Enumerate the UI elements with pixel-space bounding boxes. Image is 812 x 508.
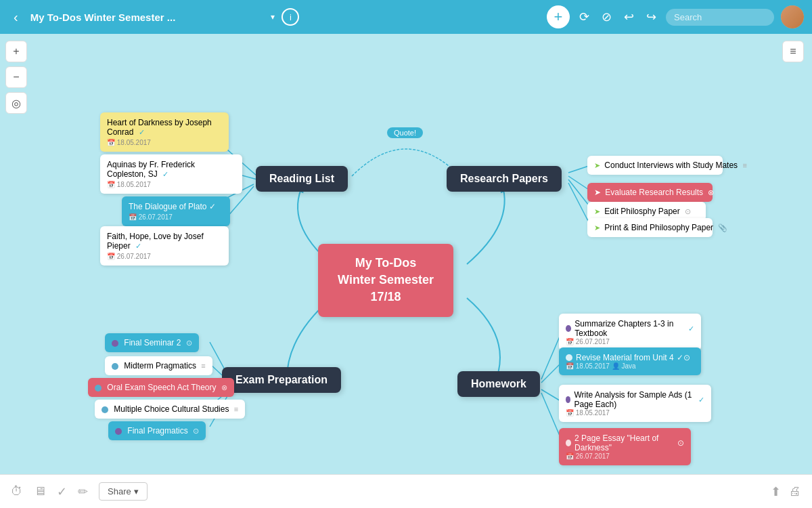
share-button[interactable]: Share ▾: [99, 482, 148, 501]
research-item-1[interactable]: ➤ Conduct Interviews with Study Mates ≡: [587, 156, 723, 175]
reading-item-2[interactable]: Aquinas by Fr. Frederick Copleston, SJ ✓…: [100, 154, 242, 194]
pen-icon[interactable]: ✏: [78, 484, 88, 499]
reading-item-4[interactable]: Faith, Hope, Love by Josef Pieper ✓ 📅 26…: [100, 226, 229, 266]
avatar[interactable]: [781, 5, 804, 28]
desktop-icon[interactable]: 🖥: [34, 484, 46, 499]
fit-to-screen-button[interactable]: ◎: [5, 92, 27, 114]
page-title: My To-Dos Winter Semester ...: [30, 12, 265, 23]
arrow-green-icon-2: ➤: [594, 207, 600, 215]
research-papers-node[interactable]: Research Papers: [447, 166, 562, 192]
share-dropdown-icon: ▾: [134, 486, 139, 496]
footer-right: ⬆ 🖨: [771, 484, 801, 499]
quote-label[interactable]: Quote!: [387, 127, 423, 138]
search-input[interactable]: [666, 9, 774, 26]
upload-icon[interactable]: ⬆: [771, 484, 781, 499]
dot-blue-icon-2: [95, 385, 102, 391]
zoom-out-button[interactable]: −: [5, 66, 27, 88]
add-button[interactable]: +: [547, 5, 570, 28]
exam-item-2[interactable]: Midterm Pragmatics ≡: [105, 356, 212, 375]
header: ‹ My To-Dos Winter Semester ... ▾ i + ⟳ …: [0, 0, 812, 34]
exam-item-4[interactable]: Multiple Choice Cultural Studies ≡: [95, 400, 245, 419]
arrow-green-icon-3: ➤: [594, 224, 600, 232]
canvas: My To-Dos Winter Semester 17/18 Reading …: [0, 34, 812, 474]
homework-item-3[interactable]: Write Analysis for Sample Ads (1 Page Ea…: [559, 385, 711, 422]
exam-item-1[interactable]: Final Seminar 2 ⊙: [105, 333, 199, 352]
print-icon[interactable]: 🖨: [789, 484, 801, 499]
exam-item-5[interactable]: Final Pragmatics ⊙: [108, 421, 206, 440]
homework-item-1[interactable]: Summarize Chapters 1-3 in Textbook ✓ 📅 2…: [559, 314, 701, 351]
collaboration-icon[interactable]: ⟳: [577, 7, 592, 27]
title-dropdown-icon[interactable]: ▾: [271, 12, 275, 22]
homework-node[interactable]: Homework: [457, 371, 540, 397]
zoom-in-button[interactable]: +: [5, 41, 27, 62]
side-controls: + − ◎: [5, 41, 27, 114]
svg-line-6: [568, 179, 589, 205]
history-icon[interactable]: ⏱: [11, 484, 23, 499]
svg-line-5: [568, 176, 589, 190]
dot-purple-hw-3: [566, 396, 570, 403]
share-icon[interactable]: ⊘: [599, 7, 614, 27]
dot-hw-2: [566, 354, 572, 361]
dot-hw-4: [566, 440, 571, 446]
svg-line-4: [568, 166, 589, 173]
dot-blue-icon-3: [102, 406, 108, 413]
reading-list-node[interactable]: Reading List: [256, 166, 348, 192]
check-icon[interactable]: ✓: [57, 484, 67, 499]
undo-button[interactable]: ↩: [621, 7, 637, 27]
homework-item-4[interactable]: 2 Page Essay "Heart of Darkness" ⊙ 📅 26.…: [559, 428, 691, 465]
svg-line-7: [568, 183, 589, 222]
dot-purple-icon: [112, 340, 118, 347]
info-button[interactable]: i: [281, 8, 299, 26]
exam-item-3[interactable]: Oral Exam Speech Act Theory ⊗: [88, 378, 234, 397]
dot-purple-icon-2: [115, 428, 122, 435]
research-item-2[interactable]: ➤ Evaluate Research Results ⊗: [587, 183, 713, 202]
back-button[interactable]: ‹: [8, 7, 24, 28]
dot-blue-icon: [112, 363, 118, 370]
research-item-4[interactable]: ➤ Print & Bind Philosophy Paper 📎: [587, 218, 713, 237]
exam-prep-node[interactable]: Exam Preparation: [222, 367, 341, 393]
arrow-green-icon: ➤: [594, 161, 600, 169]
reading-item-1[interactable]: Heart of Darkness by Joseph Conrad ✓ 📅 1…: [100, 112, 229, 152]
redo-button[interactable]: ↪: [644, 7, 659, 27]
reading-item-3[interactable]: The Dialogue of Plato ✓ 📅 26.07.2017: [122, 196, 230, 226]
dot-purple-hw-1: [566, 325, 571, 332]
menu-button[interactable]: ≡: [782, 41, 804, 62]
footer: ⏱ 🖥 ✓ ✏ Share ▾ ⬆ 🖨: [0, 474, 812, 508]
homework-item-2[interactable]: Revise Material from Unit 4 ✓⊙ 📅 18.05.2…: [559, 347, 701, 375]
central-node[interactable]: My To-Dos Winter Semester 17/18: [318, 244, 453, 317]
